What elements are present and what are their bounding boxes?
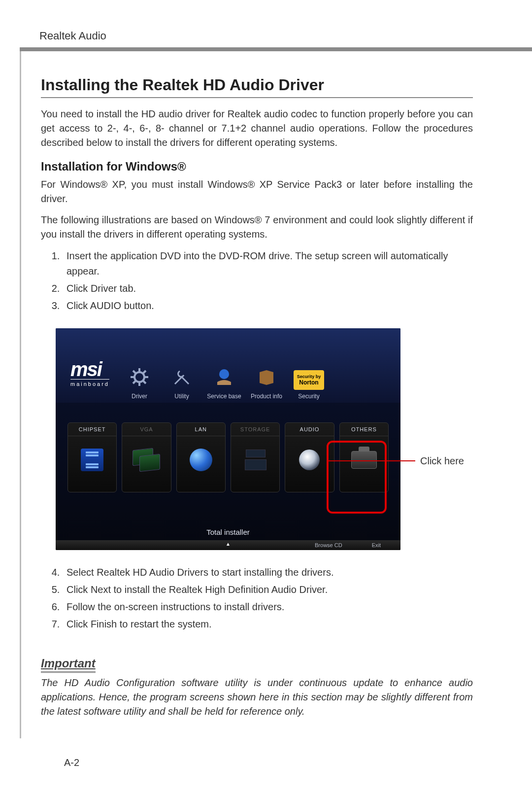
norton-top-text: Security by xyxy=(297,374,321,379)
running-header: Realtek Audio xyxy=(39,30,493,42)
top-tab-label: Driver xyxy=(132,393,147,400)
step-item: Select Realtek HD Audio Drivers to start… xyxy=(63,565,473,580)
svg-line-5 xyxy=(133,371,136,374)
speaker-icon xyxy=(299,450,320,470)
top-tab-label: Product info xyxy=(251,393,282,400)
total-installer-label: Total installer xyxy=(56,528,400,536)
top-tab-label: Utility xyxy=(174,393,189,400)
step-item: Click Next to install the Realtek High D… xyxy=(63,582,473,597)
folder-icon xyxy=(245,364,288,390)
step-item: Click Driver tab. xyxy=(63,281,473,296)
important-note: The HD Audio Configuration software util… xyxy=(41,676,473,719)
intro-paragraph: You need to install the HD audio driver … xyxy=(41,107,473,150)
tile-label: STORAGE xyxy=(231,423,279,436)
exit-link[interactable]: Exit xyxy=(372,542,381,548)
callout-label: Click here xyxy=(420,455,464,467)
tile-vga[interactable]: VGA xyxy=(122,422,171,492)
document-page: Realtek Audio Installing the Realtek HD … xyxy=(0,0,532,798)
svg-point-9 xyxy=(219,369,229,379)
top-tab-product[interactable]: Product info xyxy=(245,364,288,400)
logo-main-text: msi xyxy=(70,361,109,377)
section-heading-windows: Installation for Windows® xyxy=(41,160,473,173)
step-item: Click AUDIO button. xyxy=(63,298,473,313)
top-tab-security[interactable]: Security by Norton Security xyxy=(288,370,330,400)
step-item: Follow the on-screen instructions to ins… xyxy=(63,599,473,615)
vga-icon xyxy=(133,449,160,471)
storage-icon xyxy=(244,449,266,471)
paragraph-xp-note: For Windows® XP, you must install Window… xyxy=(41,177,473,206)
tile-label: OTHERS xyxy=(340,423,388,436)
page-number: A-2 xyxy=(64,757,79,768)
installer-screenshot: msi mainboard Driver Utility Service bas… xyxy=(56,328,400,550)
installer-footer-bar: ▲ Browse CD Exit xyxy=(56,540,400,550)
header-rule xyxy=(20,47,532,51)
browse-cd-link[interactable]: Browse CD xyxy=(315,542,342,548)
content-frame: Installing the Realtek HD Audio Driver Y… xyxy=(20,51,493,738)
expand-arrow-icon[interactable]: ▲ xyxy=(226,541,231,547)
step-item: Insert the application DVD into the DVD-… xyxy=(63,248,473,279)
tile-label: VGA xyxy=(122,423,170,436)
installer-bottom: Total installer ▲ Browse CD Exit xyxy=(56,528,400,550)
tile-label: CHIPSET xyxy=(68,423,116,436)
svg-line-8 xyxy=(133,381,136,383)
steps-list-a: Insert the application DVD into the DVD-… xyxy=(41,248,473,313)
steps-list-b: Select Realtek HD Audio Drivers to start… xyxy=(41,565,473,632)
page-title: Installing the Realtek HD Audio Driver xyxy=(41,76,473,98)
screenshot-figure: msi mainboard Driver Utility Service bas… xyxy=(56,328,473,550)
svg-line-6 xyxy=(143,381,146,383)
paragraph-win7-note: The following illustrations are based on… xyxy=(41,213,473,242)
top-tab-driver[interactable]: Driver xyxy=(118,364,161,400)
lan-icon xyxy=(190,449,212,471)
step-item: Click Finish to restart the system. xyxy=(63,617,473,632)
logo-sub-text: mainboard xyxy=(70,379,109,387)
tile-label: LAN xyxy=(177,423,225,436)
callout-highlight-box xyxy=(327,460,415,463)
norton-badge: Security by Norton xyxy=(294,370,324,390)
chipset-icon xyxy=(81,449,103,471)
tile-chipset[interactable]: CHIPSET xyxy=(67,422,117,492)
top-tab-label: Service base xyxy=(207,393,241,400)
tile-storage[interactable]: STORAGE xyxy=(231,422,280,492)
globe-hand-icon xyxy=(203,364,245,390)
tile-label: AUDIO xyxy=(285,423,333,436)
top-tab-label: Security xyxy=(298,393,319,400)
tile-lan[interactable]: LAN xyxy=(176,422,226,492)
top-tab-service[interactable]: Service base xyxy=(203,364,245,400)
svg-line-7 xyxy=(143,371,146,374)
norton-name-text: Norton xyxy=(299,379,318,386)
top-tab-utility[interactable]: Utility xyxy=(161,364,203,400)
tools-icon xyxy=(161,364,203,390)
installer-top-bar: msi mainboard Driver Utility Service bas… xyxy=(56,328,400,403)
msi-logo: msi mainboard xyxy=(70,361,109,400)
important-heading: Important xyxy=(41,657,96,673)
gear-icon xyxy=(118,364,161,390)
